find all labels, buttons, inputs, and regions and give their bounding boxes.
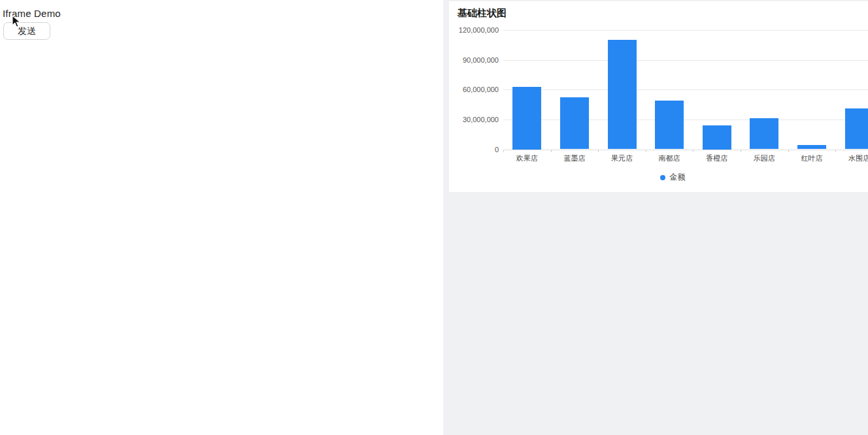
- y-axis-label: 0: [449, 146, 499, 153]
- bar-红叶店[interactable]: [797, 145, 826, 149]
- gridline: [503, 150, 868, 150]
- page-title: Iframe Demo: [3, 8, 61, 19]
- chart-card: 基础柱状图 030,000,00060,000,00090,000,000120…: [449, 1, 868, 192]
- y-axis-label: 60,000,000: [449, 86, 499, 93]
- screen: Iframe Demo 发送 基础柱状图 030,000,00060,000,0…: [0, 0, 868, 435]
- bar-水围店[interactable]: [845, 108, 868, 149]
- iframe-demo-panel: Iframe Demo 发送: [0, 0, 443, 435]
- chart-region: 基础柱状图 030,000,00060,000,00090,000,000120…: [443, 0, 868, 435]
- bar-蓝墨店[interactable]: [560, 97, 589, 149]
- bar-乐园店[interactable]: [750, 118, 778, 149]
- legend-dot-icon: [660, 175, 665, 180]
- x-axis-label: 乐园店: [741, 153, 788, 163]
- x-axis-label: 红叶店: [788, 153, 835, 163]
- gridline: [503, 60, 868, 61]
- x-axis-label: 水围店: [836, 153, 868, 163]
- y-axis-label: 30,000,000: [449, 116, 499, 123]
- legend-label: 金额: [670, 172, 686, 183]
- gridline: [503, 89, 868, 90]
- x-axis-tick: [788, 150, 789, 152]
- x-axis-tick: [598, 150, 599, 152]
- x-axis-tick: [646, 150, 646, 152]
- x-axis-tick: [551, 150, 552, 152]
- bar-南都店[interactable]: [655, 101, 684, 150]
- send-button[interactable]: 发送: [3, 22, 50, 40]
- y-axis-label: 90,000,000: [449, 56, 499, 64]
- bar-chart: 030,000,00060,000,00090,000,000120,000,0…: [449, 1, 868, 192]
- chart-legend[interactable]: 金额: [477, 172, 868, 183]
- x-axis-label: 果元店: [599, 153, 646, 163]
- x-axis-tick: [741, 150, 741, 152]
- y-axis-label: 120,000,000: [449, 26, 499, 34]
- x-axis-tick: [835, 150, 836, 152]
- x-axis-label: 欢果店: [503, 153, 550, 163]
- bar-欢果店[interactable]: [512, 87, 541, 150]
- gridline: [503, 120, 868, 120]
- x-axis-label: 蓝墨店: [551, 153, 598, 163]
- gridline: [503, 30, 868, 31]
- bar-果元店[interactable]: [608, 40, 637, 149]
- x-axis-label: 香橙店: [693, 153, 741, 163]
- bar-香橙店[interactable]: [703, 125, 731, 150]
- x-axis-tick: [503, 150, 504, 152]
- x-axis-tick: [693, 150, 693, 152]
- x-axis-label: 南都店: [646, 153, 693, 163]
